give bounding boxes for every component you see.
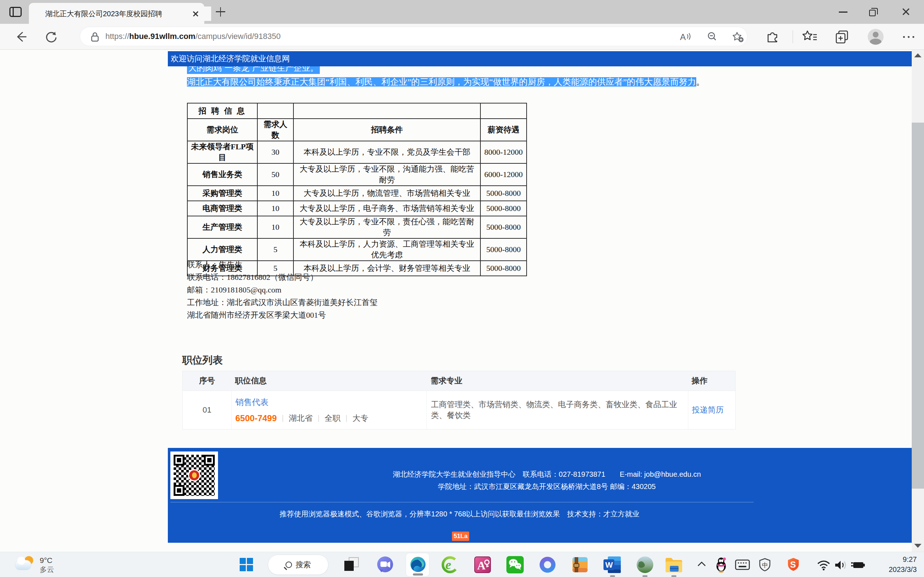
job-tag: 大专 [352, 413, 368, 424]
column-header: 薪资待遇 [480, 119, 527, 141]
add-favorite-icon[interactable] [732, 31, 743, 42]
favorites-icon[interactable] [802, 29, 816, 44]
svg-text:S: S [790, 560, 796, 569]
file-explorer-icon[interactable] [664, 555, 683, 574]
qr-code [170, 451, 218, 499]
bandizip-icon[interactable] [570, 555, 590, 574]
selected-text-line: 湖北正大有限公司始终秉承正大集团“利国、利民、利企业”的三利原则，为实现“做世界… [187, 76, 705, 88]
table-title: 招 聘 信 息 [187, 103, 257, 119]
wechat-icon[interactable] [505, 555, 525, 574]
recruit-table-cell: 10 [257, 216, 294, 239]
qr-center-logo [188, 469, 200, 482]
svg-text:A: A [680, 32, 686, 42]
tab-actions-icon[interactable] [10, 7, 22, 17]
taskbar-search[interactable]: 搜索 [268, 554, 328, 575]
chat-icon[interactable] [375, 555, 395, 574]
recruit-table-row: 销售业务类50大专及以上学历，专业不限，沟通能力强、能吃苦耐劳6000-1200… [187, 163, 527, 186]
clock-date: 2023/3/3 [859, 564, 917, 574]
weather-temperature: 9°C [40, 556, 54, 565]
url-path: /campus/view/id/918350 [195, 32, 281, 41]
url-text: https://hbue.91wllm.com/campus/view/id/9… [105, 32, 281, 41]
collections-icon[interactable] [835, 29, 849, 44]
360-browser-icon[interactable]: e [440, 555, 460, 574]
header-no: 序号 [183, 376, 231, 386]
scrollbar-thumb[interactable] [912, 122, 924, 488]
site-footer: 湖北经济学院大学生就业创业指导中心 联系电话：027-81973871 E-ma… [168, 448, 912, 543]
volume-icon[interactable] [834, 559, 848, 571]
recruit-table-row: 未来领导者FLP项目30本科及以上学历，专业不限，党员及学生会干部8000-12… [187, 141, 527, 163]
window-minimize-button[interactable] [832, 4, 855, 19]
browser-toolbar: https://hbue.91wllm.com/campus/view/id/9… [0, 24, 924, 50]
new-tab-button[interactable] [215, 6, 226, 17]
recruit-table-cell: 大专及以上学历，专业不限，责任心强，能吃苦耐劳 [294, 216, 480, 239]
job-tags: |湖北省|全职|大专 [282, 413, 368, 424]
task-view-icon[interactable] [343, 555, 362, 574]
weather-icon [15, 554, 36, 575]
site-banner: 欢迎访问湖北经济学院就业信息网 [168, 51, 912, 66]
extensions-icon[interactable] [765, 29, 780, 44]
recruit-table-row: 电商管理类10大专及以上学历，电子商务、市场营销等相关专业5000-8000 [187, 201, 527, 216]
weather-widget[interactable]: 9°C 多云 [15, 554, 105, 576]
footer-divider [170, 502, 754, 502]
ime-zh-glyph: 中 [762, 562, 768, 569]
contact-line: 联系人：朱先生 [187, 258, 378, 271]
edge-taskbar-icon[interactable] [406, 553, 430, 577]
tray-chevron-up-icon[interactable] [696, 561, 707, 567]
svg-text:W: W [605, 561, 613, 569]
tray-qq-icon[interactable] [715, 556, 728, 573]
start-button[interactable] [240, 558, 254, 572]
zoom-out-icon[interactable] [707, 31, 717, 42]
recruit-table-cell: 5000-8000 [480, 186, 527, 201]
access-icon[interactable]: A [473, 555, 492, 574]
tag-separator: | [282, 414, 284, 422]
lock-icon[interactable] [90, 31, 100, 42]
job-tag: 湖北省 [289, 413, 313, 424]
job-row: 01 销售代表 6500-7499 |湖北省|全职|大专 工商管理类、市场营销类… [182, 391, 736, 429]
profile-avatar[interactable] [868, 29, 884, 45]
job-meta-row: 6500-7499 |湖北省|全职|大专 [235, 413, 426, 424]
word-icon[interactable]: W [603, 555, 622, 574]
recruit-table-cell: 5000-8000 [480, 239, 527, 261]
recruit-table-cell: 50 [257, 163, 294, 186]
word-running-indicator [610, 575, 615, 577]
page-viewport: 欢迎访问湖北经济学院就业信息网 大的肉鸡“一条龙”产业链生产企业。 湖北正大有限… [0, 50, 924, 552]
51la-badge[interactable]: 51La [452, 532, 469, 541]
recruit-table-cell: 10 [257, 186, 294, 201]
refresh-button[interactable] [43, 29, 59, 45]
job-tag: 全职 [325, 413, 340, 424]
apply-resume-link[interactable]: 投递简历 [692, 405, 724, 416]
address-bar[interactable]: https://hbue.91wllm.com/campus/view/id/9… [80, 27, 747, 46]
office-365-icon[interactable] [538, 555, 557, 574]
photos-icon[interactable] [635, 555, 655, 574]
tray-ime-icon[interactable]: 中 [758, 558, 772, 572]
selected-text-clipped: 大的肉鸡“一条龙”产业链生产企业。 [187, 66, 320, 74]
header-action: 操作 [688, 371, 735, 390]
browser-menu-icon[interactable] [902, 35, 917, 38]
column-header: 需求岗位 [187, 119, 257, 141]
window-restore-button[interactable] [862, 4, 885, 19]
scroll-down-arrow[interactable] [914, 544, 921, 548]
browser-tab[interactable]: 湖北正大有限公司2023年度校园招聘 [29, 3, 204, 24]
url-scheme: https:// [105, 32, 129, 41]
back-button[interactable] [13, 29, 29, 45]
vertical-scrollbar[interactable] [912, 50, 924, 552]
job-list-title: 职位列表 [182, 353, 223, 367]
tag-separator: | [318, 414, 320, 422]
read-aloud-icon[interactable]: A [679, 31, 690, 42]
table-title-row: 招 聘 信 息 [187, 103, 527, 119]
taskbar-clock[interactable]: 9:27 2023/3/3 [859, 554, 917, 574]
scroll-up-arrow[interactable] [914, 53, 921, 57]
svg-text:A: A [477, 559, 485, 572]
job-title-link[interactable]: 销售代表 [235, 397, 426, 408]
table-header-row: 需求岗位 需求人数 招聘条件 薪资待遇 [187, 119, 527, 141]
tab-close-icon[interactable] [191, 9, 201, 19]
contact-line: 邮箱：2109181805@qq.com [187, 284, 378, 296]
taskbar: 9°C 多云 搜索 e A W [0, 552, 924, 577]
window-close-button[interactable] [894, 4, 918, 19]
tray-touch-keyboard-icon[interactable] [735, 559, 750, 570]
job-table-header: 序号 职位信息 需求专业 操作 [182, 371, 736, 391]
tray-sogou-icon[interactable]: S [786, 557, 801, 572]
wifi-icon[interactable] [816, 559, 831, 571]
recruit-table-row: 生产管理类10大专及以上学历，专业不限，责任心强，能吃苦耐劳5000-8000 [187, 216, 527, 239]
recruit-table-cell: 人力管理类 [187, 239, 257, 261]
